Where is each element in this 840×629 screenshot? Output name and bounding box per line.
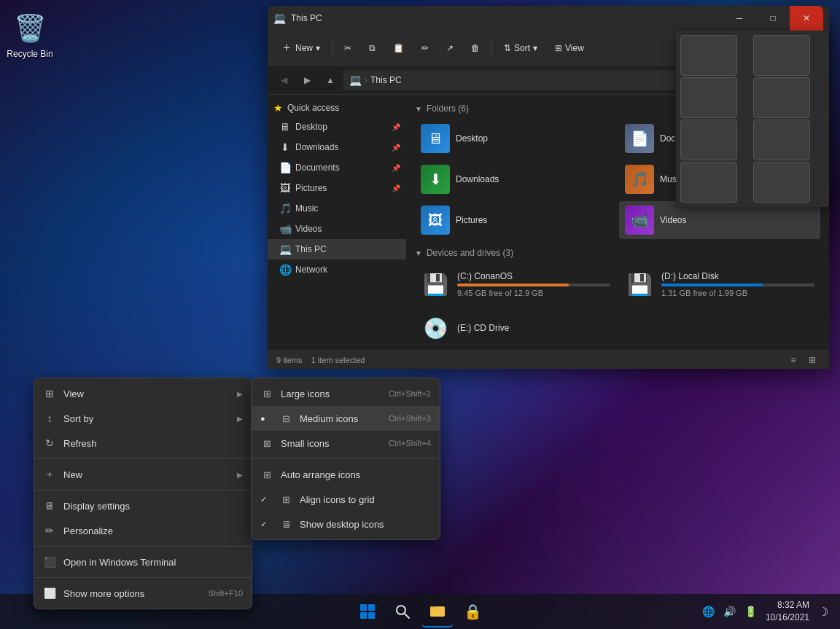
recycle-bin-graphic: 🗑️ bbox=[12, 11, 47, 46]
night-mode-icon[interactable]: ☽ bbox=[815, 602, 831, 622]
drive-d-free: 1.31 GB free of 1.99 GB bbox=[661, 289, 814, 297]
close-button[interactable]: ✕ bbox=[790, 6, 823, 31]
folder-desktop[interactable]: 🖥 Desktop bbox=[415, 120, 616, 157]
toolbar-sep-1 bbox=[332, 39, 332, 57]
ctx-terminal-icon: ⬛ bbox=[43, 555, 56, 569]
drives-toggle[interactable]: ▼ bbox=[415, 249, 422, 257]
ctx-display-icon: 🖥 bbox=[43, 499, 56, 512]
ctx-view[interactable]: ⊞ View ▶ bbox=[34, 381, 252, 406]
music-folder-icon: 🎵 bbox=[279, 203, 291, 214]
ctx-terminal[interactable]: ⬛ Open in Windows Terminal bbox=[34, 550, 252, 574]
ctx-sort-by[interactable]: ↕ Sort by ▶ bbox=[34, 406, 252, 431]
view-option-8[interactable] bbox=[753, 162, 810, 203]
maximize-button[interactable]: □ bbox=[756, 6, 790, 31]
new-button[interactable]: ＋ New ▾ bbox=[273, 36, 327, 60]
delete-button[interactable]: 🗑 bbox=[464, 39, 487, 58]
pin-icon-dl: 📌 bbox=[392, 144, 400, 152]
large-icons-icon: ⊞ bbox=[260, 387, 273, 400]
copy-button[interactable]: ⧉ bbox=[362, 39, 383, 58]
sort-button[interactable]: ⇅ Sort ▾ bbox=[497, 39, 545, 58]
submenu-auto-arrange[interactable]: ⊞ Auto arrange icons bbox=[252, 462, 440, 487]
sidebar-this-pc-label: This PC bbox=[295, 244, 327, 254]
sidebar-item-desktop[interactable]: 🖥 Desktop 📌 bbox=[268, 117, 406, 137]
view-option-7[interactable] bbox=[680, 162, 737, 203]
folder-downloads[interactable]: ⬇ Downloads bbox=[415, 160, 616, 198]
window-controls: ─ □ ✕ bbox=[723, 6, 823, 31]
paste-button[interactable]: 📋 bbox=[386, 39, 411, 58]
grid-view-toggle[interactable]: ⊞ bbox=[804, 352, 820, 368]
videos-thumb: 📹 bbox=[625, 206, 654, 235]
auto-arrange-label: Auto arrange icons bbox=[281, 469, 360, 480]
view-option-3[interactable] bbox=[680, 77, 737, 118]
sidebar-item-network[interactable]: 🌐 Network bbox=[268, 259, 406, 280]
list-view-toggle[interactable]: ≡ bbox=[785, 352, 801, 368]
auto-arrange-icon: ⊞ bbox=[260, 468, 273, 481]
view-option-6[interactable] bbox=[753, 120, 810, 160]
quick-access-header[interactable]: ★ Quick access bbox=[268, 98, 406, 117]
submenu-align-grid[interactable]: ✓ ⊞ Align icons to grid bbox=[252, 487, 440, 512]
view-option-4[interactable] bbox=[753, 77, 810, 118]
ctx-display[interactable]: 🖥 Display settings bbox=[34, 493, 252, 518]
svg-rect-8 bbox=[430, 606, 445, 617]
search-button[interactable] bbox=[386, 595, 419, 628]
submenu-large-icons[interactable]: ⊞ Large icons Ctrl+Shift+2 bbox=[252, 381, 440, 406]
cut-button[interactable]: ✂ bbox=[337, 39, 359, 58]
quick-access-label: Quick access bbox=[287, 103, 339, 113]
minimize-button[interactable]: ─ bbox=[723, 6, 756, 31]
view-option-5[interactable] bbox=[680, 120, 737, 160]
battery-icon[interactable]: 🔋 bbox=[742, 603, 760, 620]
new-chevron: ▾ bbox=[316, 43, 320, 53]
clock[interactable]: 8:32 AM 10/16/2021 bbox=[766, 599, 809, 624]
sidebar-item-documents[interactable]: 📄 Documents 📌 bbox=[268, 157, 406, 178]
svg-rect-2 bbox=[360, 612, 367, 619]
small-icons-shortcut: Ctrl+Shift+4 bbox=[389, 439, 431, 448]
desktop-thumb: 🖥 bbox=[421, 124, 450, 153]
ctx-more-options[interactable]: ⬜ Show more options Shift+F10 bbox=[34, 581, 252, 606]
taskbar-file-explorer[interactable] bbox=[421, 595, 454, 628]
drive-c-icon: 💾 bbox=[421, 270, 450, 299]
start-button[interactable] bbox=[351, 595, 384, 628]
ctx-new[interactable]: ＋ New ▶ bbox=[34, 462, 252, 487]
drive-d[interactable]: 💾 (D:) Local Disk 1.31 GB free of 1.99 G… bbox=[619, 264, 820, 305]
drive-d-icon: 💾 bbox=[625, 270, 654, 299]
paste-icon: 📋 bbox=[393, 43, 404, 53]
ctx-display-label: Display settings bbox=[63, 501, 130, 512]
share-button[interactable]: ↗ bbox=[439, 39, 461, 58]
rename-icon: ✏ bbox=[421, 43, 429, 53]
ctx-sep-2 bbox=[34, 490, 252, 491]
taskbar-app4[interactable]: 🔒 bbox=[456, 595, 489, 628]
forward-button[interactable]: ▶ bbox=[297, 70, 317, 90]
submenu-small-icons[interactable]: ⊠ Small icons Ctrl+Shift+4 bbox=[252, 431, 440, 456]
ctx-new-icon: ＋ bbox=[43, 468, 56, 481]
globe-icon[interactable]: 🌐 bbox=[699, 603, 718, 620]
folder-pictures[interactable]: 🖼 Pictures bbox=[415, 201, 616, 239]
drives-header-text: Devices and drives (3) bbox=[427, 248, 513, 258]
rename-button[interactable]: ✏ bbox=[414, 39, 436, 58]
sidebar-item-music[interactable]: 🎵 Music bbox=[268, 198, 406, 219]
align-grid-label: Align icons to grid bbox=[300, 494, 375, 505]
toolbar-sep-2 bbox=[491, 39, 492, 57]
show-desktop-check: ✓ bbox=[260, 520, 272, 529]
path-icon: 💻 bbox=[349, 74, 362, 86]
downloads-name: Downloads bbox=[456, 174, 499, 184]
submenu-show-desktop-icons[interactable]: ✓ 🖥 Show desktop icons bbox=[252, 512, 440, 536]
submenu-medium-icons[interactable]: ● ⊟ Medium icons Ctrl+Shift+3 bbox=[252, 406, 440, 431]
folders-toggle[interactable]: ▼ bbox=[415, 105, 422, 113]
sidebar-item-pictures[interactable]: 🖼 Pictures 📌 bbox=[268, 178, 406, 198]
recycle-bin-icon[interactable]: 🗑️ Recycle Bin bbox=[0, 5, 60, 65]
new-label: New bbox=[295, 43, 313, 53]
drive-c[interactable]: 💾 (C:) ConanOS 9.45 GB free of 12.9 GB bbox=[415, 264, 616, 305]
view-option-2[interactable] bbox=[753, 35, 810, 76]
ctx-refresh[interactable]: ↻ Refresh bbox=[34, 431, 252, 456]
ctx-more-shortcut: Shift+F10 bbox=[209, 589, 243, 598]
ctx-personalize[interactable]: ✏ Personalize bbox=[34, 518, 252, 543]
sidebar-item-downloads[interactable]: ⬇ Downloads 📌 bbox=[268, 137, 406, 157]
up-button[interactable]: ▲ bbox=[320, 70, 341, 90]
drive-e[interactable]: 💿 (E:) CD Drive bbox=[415, 308, 616, 348]
view-option-1[interactable] bbox=[680, 35, 737, 76]
svg-line-5 bbox=[405, 614, 410, 619]
sidebar-item-videos[interactable]: 📹 Videos bbox=[268, 219, 406, 239]
view-button[interactable]: ⊞ View bbox=[548, 39, 591, 58]
sidebar-item-this-pc[interactable]: 💻 This PC bbox=[268, 239, 406, 259]
volume-icon[interactable]: 🔊 bbox=[720, 603, 739, 620]
